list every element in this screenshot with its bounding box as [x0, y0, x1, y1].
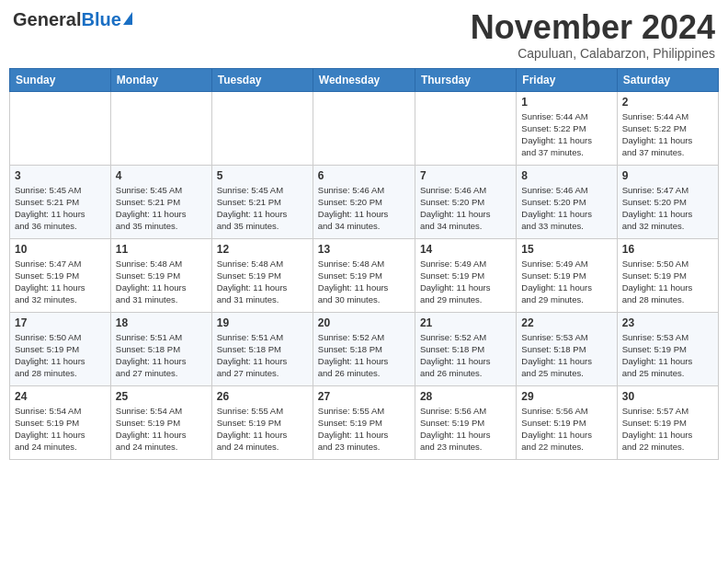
calendar-cell: 11Sunrise: 5:48 AM Sunset: 5:19 PM Dayli…: [110, 238, 211, 312]
day-number: 15: [521, 243, 611, 256]
day-info: Sunrise: 5:55 AM Sunset: 5:19 PM Dayligh…: [318, 405, 410, 454]
day-info: Sunrise: 5:51 AM Sunset: 5:18 PM Dayligh…: [217, 331, 308, 380]
day-info: Sunrise: 5:48 AM Sunset: 5:19 PM Dayligh…: [116, 258, 207, 306]
day-info: Sunrise: 5:44 AM Sunset: 5:22 PM Dayligh…: [622, 110, 713, 159]
day-info: Sunrise: 5:48 AM Sunset: 5:19 PM Dayligh…: [318, 258, 410, 306]
day-number: 20: [318, 316, 410, 329]
day-number: 5: [217, 169, 308, 182]
day-number: 12: [217, 243, 308, 256]
calendar-cell: 5Sunrise: 5:45 AM Sunset: 5:21 PM Daylig…: [211, 165, 313, 238]
calendar-cell: 1Sunrise: 5:44 AM Sunset: 5:22 PM Daylig…: [517, 91, 617, 165]
location-text: Capuluan, Calabarzon, Philippines: [471, 46, 715, 61]
calendar-cell: 28Sunrise: 5:56 AM Sunset: 5:19 PM Dayli…: [415, 385, 516, 459]
day-number: 22: [521, 316, 611, 329]
day-info: Sunrise: 5:51 AM Sunset: 5:18 PM Dayligh…: [116, 331, 207, 380]
calendar-cell: 13Sunrise: 5:48 AM Sunset: 5:19 PM Dayli…: [313, 238, 415, 312]
calendar-cell: 14Sunrise: 5:49 AM Sunset: 5:19 PM Dayli…: [415, 238, 516, 312]
day-number: 10: [15, 243, 106, 256]
logo-blue-text: Blue: [81, 9, 120, 30]
day-info: Sunrise: 5:55 AM Sunset: 5:19 PM Dayligh…: [217, 405, 308, 454]
day-number: 26: [217, 390, 308, 403]
day-number: 24: [15, 390, 106, 403]
logo-triangle-icon: [123, 12, 132, 25]
day-number: 19: [217, 316, 308, 329]
day-number: 25: [116, 390, 207, 403]
day-number: 6: [318, 169, 410, 182]
calendar-cell: 29Sunrise: 5:56 AM Sunset: 5:19 PM Dayli…: [517, 385, 617, 459]
calendar-cell: 23Sunrise: 5:53 AM Sunset: 5:19 PM Dayli…: [617, 312, 718, 385]
page-header: General Blue November 2024 Capuluan, Cal…: [9, 9, 719, 61]
calendar-cell: 27Sunrise: 5:55 AM Sunset: 5:19 PM Dayli…: [313, 385, 415, 459]
day-info: Sunrise: 5:48 AM Sunset: 5:19 PM Dayligh…: [217, 258, 308, 306]
day-info: Sunrise: 5:54 AM Sunset: 5:19 PM Dayligh…: [116, 405, 207, 454]
calendar-week-row: 17Sunrise: 5:50 AM Sunset: 5:19 PM Dayli…: [10, 312, 719, 385]
day-info: Sunrise: 5:45 AM Sunset: 5:21 PM Dayligh…: [217, 184, 308, 233]
day-number: 16: [622, 243, 713, 256]
weekday-header-monday: Monday: [110, 68, 211, 91]
calendar-cell: 21Sunrise: 5:52 AM Sunset: 5:18 PM Dayli…: [415, 312, 516, 385]
day-info: Sunrise: 5:49 AM Sunset: 5:19 PM Dayligh…: [521, 258, 611, 306]
day-info: Sunrise: 5:54 AM Sunset: 5:19 PM Dayligh…: [15, 405, 106, 454]
calendar-week-row: 1Sunrise: 5:44 AM Sunset: 5:22 PM Daylig…: [10, 91, 719, 165]
day-info: Sunrise: 5:46 AM Sunset: 5:20 PM Dayligh…: [420, 184, 511, 233]
calendar-cell: 30Sunrise: 5:57 AM Sunset: 5:19 PM Dayli…: [617, 385, 718, 459]
day-info: Sunrise: 5:47 AM Sunset: 5:20 PM Dayligh…: [622, 184, 713, 233]
day-info: Sunrise: 5:56 AM Sunset: 5:19 PM Dayligh…: [521, 405, 611, 454]
calendar-week-row: 3Sunrise: 5:45 AM Sunset: 5:21 PM Daylig…: [10, 165, 719, 238]
calendar-cell: [313, 91, 415, 165]
calendar-cell: [211, 91, 313, 165]
calendar-cell: 24Sunrise: 5:54 AM Sunset: 5:19 PM Dayli…: [10, 385, 111, 459]
weekday-header-row: SundayMondayTuesdayWednesdayThursdayFrid…: [10, 68, 719, 91]
day-number: 4: [116, 169, 207, 182]
weekday-header-wednesday: Wednesday: [313, 68, 415, 91]
calendar-cell: 3Sunrise: 5:45 AM Sunset: 5:21 PM Daylig…: [10, 165, 111, 238]
calendar-cell: 4Sunrise: 5:45 AM Sunset: 5:21 PM Daylig…: [110, 165, 211, 238]
calendar-cell: 7Sunrise: 5:46 AM Sunset: 5:20 PM Daylig…: [415, 165, 516, 238]
day-info: Sunrise: 5:52 AM Sunset: 5:18 PM Dayligh…: [420, 331, 511, 380]
day-number: 9: [622, 169, 713, 182]
day-info: Sunrise: 5:57 AM Sunset: 5:19 PM Dayligh…: [622, 405, 713, 454]
weekday-header-friday: Friday: [517, 68, 617, 91]
weekday-header-thursday: Thursday: [415, 68, 516, 91]
weekday-header-saturday: Saturday: [617, 68, 718, 91]
calendar-cell: 2Sunrise: 5:44 AM Sunset: 5:22 PM Daylig…: [617, 91, 718, 165]
calendar-table: SundayMondayTuesdayWednesdayThursdayFrid…: [9, 68, 719, 460]
day-number: 29: [521, 390, 611, 403]
day-number: 27: [318, 390, 410, 403]
calendar-cell: 20Sunrise: 5:52 AM Sunset: 5:18 PM Dayli…: [313, 312, 415, 385]
calendar-cell: 25Sunrise: 5:54 AM Sunset: 5:19 PM Dayli…: [110, 385, 211, 459]
day-info: Sunrise: 5:50 AM Sunset: 5:19 PM Dayligh…: [15, 331, 106, 380]
day-info: Sunrise: 5:50 AM Sunset: 5:19 PM Dayligh…: [622, 258, 713, 306]
day-info: Sunrise: 5:45 AM Sunset: 5:21 PM Dayligh…: [15, 184, 106, 233]
calendar-cell: 17Sunrise: 5:50 AM Sunset: 5:19 PM Dayli…: [10, 312, 111, 385]
day-info: Sunrise: 5:53 AM Sunset: 5:19 PM Dayligh…: [622, 331, 713, 380]
day-number: 7: [420, 169, 511, 182]
calendar-cell: 10Sunrise: 5:47 AM Sunset: 5:19 PM Dayli…: [10, 238, 111, 312]
calendar-week-row: 10Sunrise: 5:47 AM Sunset: 5:19 PM Dayli…: [10, 238, 719, 312]
calendar-cell: [415, 91, 516, 165]
day-number: 13: [318, 243, 410, 256]
calendar-cell: 9Sunrise: 5:47 AM Sunset: 5:20 PM Daylig…: [617, 165, 718, 238]
calendar-cell: 19Sunrise: 5:51 AM Sunset: 5:18 PM Dayli…: [211, 312, 313, 385]
calendar-week-row: 24Sunrise: 5:54 AM Sunset: 5:19 PM Dayli…: [10, 385, 719, 459]
calendar-cell: 22Sunrise: 5:53 AM Sunset: 5:18 PM Dayli…: [517, 312, 617, 385]
day-info: Sunrise: 5:44 AM Sunset: 5:22 PM Dayligh…: [521, 110, 611, 159]
day-number: 8: [521, 169, 611, 182]
weekday-header-sunday: Sunday: [10, 68, 111, 91]
title-area: November 2024 Capuluan, Calabarzon, Phil…: [471, 9, 715, 61]
day-number: 1: [521, 96, 611, 109]
day-info: Sunrise: 5:45 AM Sunset: 5:21 PM Dayligh…: [116, 184, 207, 233]
calendar-cell: [110, 91, 211, 165]
calendar-cell: 16Sunrise: 5:50 AM Sunset: 5:19 PM Dayli…: [617, 238, 718, 312]
day-info: Sunrise: 5:52 AM Sunset: 5:18 PM Dayligh…: [318, 331, 410, 380]
calendar-cell: 6Sunrise: 5:46 AM Sunset: 5:20 PM Daylig…: [313, 165, 415, 238]
day-info: Sunrise: 5:49 AM Sunset: 5:19 PM Dayligh…: [420, 258, 511, 306]
day-info: Sunrise: 5:46 AM Sunset: 5:20 PM Dayligh…: [521, 184, 611, 233]
calendar-cell: 26Sunrise: 5:55 AM Sunset: 5:19 PM Dayli…: [211, 385, 313, 459]
day-number: 23: [622, 316, 713, 329]
calendar-cell: 8Sunrise: 5:46 AM Sunset: 5:20 PM Daylig…: [517, 165, 617, 238]
day-number: 17: [15, 316, 106, 329]
calendar-cell: 12Sunrise: 5:48 AM Sunset: 5:19 PM Dayli…: [211, 238, 313, 312]
day-number: 3: [15, 169, 106, 182]
day-number: 2: [622, 96, 713, 109]
